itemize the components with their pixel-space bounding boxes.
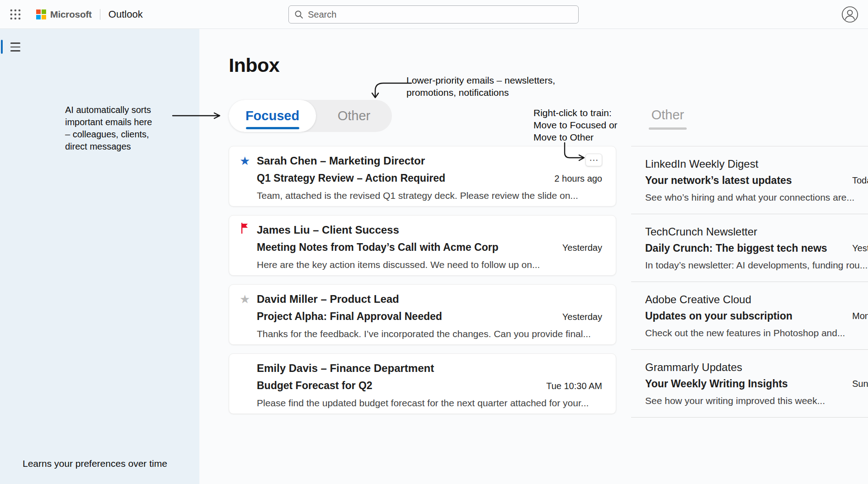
annotation-train-note: Right-click to train: Move to Focused or…: [533, 107, 618, 143]
email-subject: Your Weekly Writing Insights: [645, 376, 868, 392]
app-name-label: Outlook: [108, 9, 143, 20]
flag-icon[interactable]: [240, 221, 257, 275]
email-time: Yesterday: [562, 308, 602, 325]
tab-focused[interactable]: Focused: [229, 100, 316, 132]
email-subject: Your network’s latest updates: [645, 172, 868, 189]
top-bar: Microsoft Outlook: [0, 0, 868, 29]
focused-email-list: ★ Sarah Chen – Marketing Director Q1 Str…: [229, 146, 616, 414]
annotation-footer-note: Learns your preferences over time: [23, 457, 167, 470]
tab-focused-label: Focused: [245, 108, 299, 123]
microsoft-brand-label: Microsoft: [50, 9, 92, 20]
hamburger-menu-button[interactable]: [6, 38, 24, 56]
email-preview: Team, attached is the revised Q1 strateg…: [257, 187, 602, 204]
email-subject: Q1 Strategy Review – Action Required: [257, 169, 445, 187]
email-preview: Here are the key action items discussed.…: [257, 256, 602, 273]
search-input[interactable]: [308, 9, 573, 20]
no-icon-spacer: [240, 360, 257, 414]
tab-other[interactable]: Other: [316, 100, 392, 132]
email-time: Tue 10:30 AM: [546, 377, 602, 395]
annotation-focused-note: AI automatically sorts important emails …: [65, 104, 152, 153]
other-column-underline: [649, 127, 687, 130]
arrow-to-more-button: [561, 142, 590, 162]
outlook-window: Microsoft Outlook: [0, 0, 868, 484]
sender-name: Sarah Chen – Marketing Director: [257, 152, 602, 169]
other-email-list: LinkedIn Weekly Digest Your network’s la…: [631, 146, 868, 418]
email-preview: Thanks for the feedback. I’ve incorporat…: [257, 325, 602, 343]
other-column-label: Other: [646, 108, 689, 122]
sender-name: LinkedIn Weekly Digest: [645, 155, 868, 172]
annotation-other-note: Lower-priority emails – newsletters, pro…: [406, 74, 555, 99]
star-gray-icon[interactable]: ★: [240, 291, 257, 344]
email-time: Yesterday: [562, 239, 602, 256]
tab-other-label: Other: [338, 108, 371, 123]
focused-tab-underline: [246, 127, 299, 129]
arrow-to-other-tab: [367, 80, 418, 103]
arrow-to-focused-tab: [172, 110, 225, 122]
sender-name: James Liu – Client Success: [257, 221, 602, 239]
sender-name: TechCrunch Newsletter: [645, 223, 868, 240]
email-subject: Daily Crunch: The biggest tech news: [645, 240, 868, 257]
email-preview: Please find the updated budget forecast …: [257, 395, 602, 412]
search-icon: [294, 10, 303, 19]
email-time: Today: [852, 172, 868, 189]
other-email-item[interactable]: LinkedIn Weekly Digest Your network’s la…: [631, 146, 868, 214]
email-preview: See how your writing improved this week.…: [645, 392, 868, 409]
active-nav-indicator: [1, 40, 3, 54]
brand-area: Microsoft Outlook: [36, 0, 143, 29]
email-preview: Check out the new features in Photoshop …: [645, 324, 868, 341]
email-subject: Project Alpha: Final Approval Needed: [257, 308, 442, 325]
other-email-item[interactable]: Adobe Creative Cloud Updates on your sub…: [631, 282, 868, 350]
account-button[interactable]: [841, 5, 859, 23]
email-preview: In today’s newsletter: AI developments, …: [645, 257, 868, 273]
email-card-body: Sarah Chen – Marketing Director Q1 Strat…: [257, 152, 602, 205]
other-email-item[interactable]: TechCrunch Newsletter Daily Crunch: The …: [631, 214, 868, 282]
email-preview: See who’s hiring and what your connectio…: [645, 189, 868, 206]
star-filled-icon[interactable]: ★: [240, 152, 257, 206]
email-time: 2 hours ago: [554, 170, 602, 187]
focused-email-card[interactable]: ★ David Miller – Product Lead Project Al…: [229, 284, 616, 345]
sender-name: Grammarly Updates: [645, 359, 868, 376]
email-card-body: James Liu – Client Success Meeting Notes…: [257, 221, 602, 274]
sender-name: Adobe Creative Cloud: [645, 291, 868, 308]
sender-name: Emily Davis – Finance Department: [257, 360, 602, 377]
other-email-item[interactable]: Grammarly Updates Your Weekly Writing In…: [631, 350, 868, 418]
email-time: Sunday: [852, 376, 868, 392]
app-launcher-button[interactable]: [6, 5, 24, 23]
email-time: Monday: [852, 308, 868, 324]
page-title: Inbox: [229, 54, 279, 76]
brand-divider: [100, 9, 100, 20]
email-time: Yesterday: [852, 240, 868, 257]
email-subject: Meeting Notes from Today’s Call with Acm…: [257, 239, 499, 256]
search-box[interactable]: [288, 5, 579, 23]
focused-email-card[interactable]: James Liu – Client Success Meeting Notes…: [229, 215, 616, 276]
person-circle-icon: [841, 6, 859, 23]
left-sidebar: [0, 29, 199, 484]
waffle-grid-icon: [9, 8, 22, 21]
hamburger-icon: [10, 42, 20, 43]
other-column-header[interactable]: Other: [646, 108, 689, 130]
email-subject: Budget Forecast for Q2: [257, 377, 373, 394]
focused-email-card[interactable]: Emily Davis – Finance Department Budget …: [229, 353, 616, 414]
focused-email-card[interactable]: ★ Sarah Chen – Marketing Director Q1 Str…: [229, 146, 616, 207]
microsoft-logo-icon: [36, 9, 46, 19]
inbox-tabs: Focused Other: [229, 100, 392, 132]
sender-name: David Miller – Product Lead: [257, 291, 602, 308]
email-card-body: David Miller – Product Lead Project Alph…: [257, 291, 602, 343]
email-subject: Updates on your subscription: [645, 308, 868, 324]
email-card-body: Emily Davis – Finance Department Budget …: [257, 360, 602, 412]
